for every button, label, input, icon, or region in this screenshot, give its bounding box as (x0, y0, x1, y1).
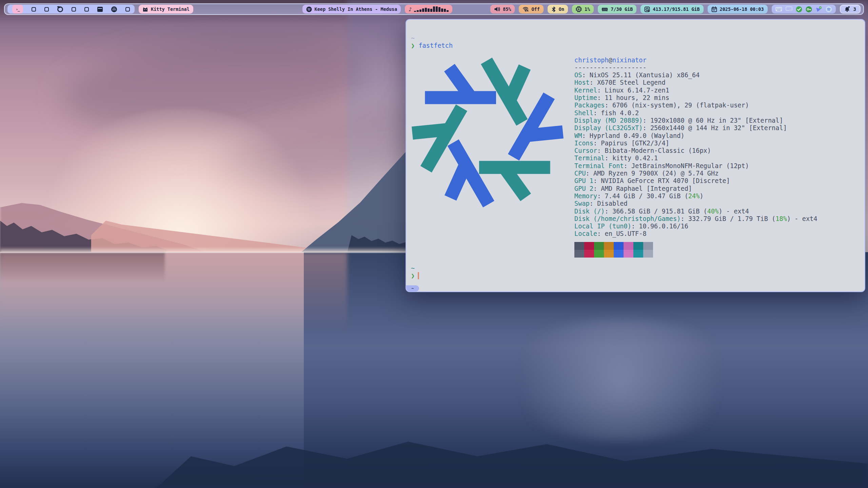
bluetooth-icon (551, 6, 556, 12)
system-info-lines: christoph@nixinator-------------------OS… (574, 57, 817, 238)
tray-sync-badge-icon[interactable] (815, 6, 822, 13)
cava-bar (428, 8, 430, 12)
cava-bar (447, 10, 449, 12)
media-player-module[interactable]: Keep Shelly In Athens - Medusa (302, 5, 401, 14)
bell-icon (844, 6, 851, 12)
palette-swatch (594, 250, 604, 258)
cava-bar (433, 6, 435, 12)
palette-swatch (584, 242, 594, 250)
cava-bar (436, 6, 438, 12)
prompt-symbol: ❯ (411, 42, 415, 49)
disk-icon (644, 6, 650, 12)
fastfetch-line: Locale: en_US.UTF-8 (574, 230, 817, 238)
tray-key-icon[interactable] (806, 6, 812, 13)
system-info-block: christoph@nixinator-------------------OS… (574, 57, 817, 258)
cava-bar (414, 11, 416, 12)
workspace-firefox-icon[interactable] (57, 6, 63, 12)
fastfetch-line: OS: NixOS 25.11 (Xantusia) x86_64 (574, 72, 817, 79)
palette-swatch (624, 242, 633, 250)
palette-swatch (633, 242, 643, 250)
visualizer-bars (414, 6, 449, 12)
cava-bar (444, 9, 446, 12)
audio-visualizer-module[interactable]: ♪ (405, 5, 452, 14)
fastfetch-line: Cursor: Bibata-Modern-Classic (16px) (574, 147, 817, 155)
workspace-empty-icon[interactable] (32, 7, 36, 12)
nixos-logo (411, 56, 564, 209)
workspace-spotify-icon[interactable] (111, 6, 117, 12)
ram-icon (601, 7, 608, 12)
fastfetch-line: WM: Hyprland 0.49.0 (Wayland) (574, 132, 817, 140)
disk-usage: 413.17/915.81 GiB (653, 6, 699, 12)
cat-icon (142, 7, 148, 12)
fastfetch-line: Terminal: kitty 0.42.1 (574, 155, 817, 162)
clock-value: 2025-06-18 00:03 (720, 6, 764, 12)
bottom-prompt-block: ~ ❯ (411, 265, 865, 280)
memory-usage: 7/30 GiB (611, 6, 633, 12)
calendar-icon (711, 6, 717, 12)
palette-swatch (604, 250, 614, 258)
window-title-label: Kitty Terminal (151, 6, 190, 12)
status-bar: ›_ Kitty Terminal Keep Shelly In Athens … (4, 3, 864, 15)
fastfetch-line: Host: X670E Steel Legend (574, 79, 817, 86)
active-window-title[interactable]: Kitty Terminal (139, 5, 193, 14)
palette-swatch (574, 250, 584, 258)
music-note-icon: ♪ (409, 6, 412, 13)
wifi-off-icon (522, 6, 529, 12)
palette-swatch (594, 242, 604, 250)
cava-bar (438, 7, 440, 12)
fastfetch-line: Memory: 7.44 GiB / 30.47 GiB (24%) (574, 192, 817, 200)
tray-keyboard-icon[interactable] (775, 7, 782, 12)
fastfetch-line: CPU: AMD Ryzen 9 7900X (24) @ 5.74 GHz (574, 170, 817, 177)
workspace-empty-icon[interactable] (72, 7, 76, 12)
palette-swatch (614, 250, 624, 258)
cava-bar (425, 8, 427, 12)
cava-bar (441, 8, 443, 12)
workspace-empty-icon[interactable] (44, 7, 49, 12)
wallpaper-water-glow (492, 319, 749, 441)
tray-screen-lock-icon[interactable] (786, 6, 792, 12)
tray-check-badge-icon[interactable] (796, 6, 802, 13)
prompt-directory: ~ (411, 35, 865, 42)
wallpaper-slope-reflection (0, 253, 347, 331)
disk-module[interactable]: 413.17/915.81 GiB (640, 5, 703, 14)
cpu-module[interactable]: 1% (572, 5, 594, 14)
fastfetch-line: Local IP (tun0): 10.96.0.16/16 (574, 223, 817, 230)
workspace-active-terminal[interactable]: ›_ (12, 5, 23, 14)
workspace-empty-icon[interactable] (125, 7, 130, 12)
clock-module[interactable]: 2025-06-18 00:03 (708, 5, 768, 14)
kitty-tab[interactable]: ~ (406, 285, 419, 291)
cava-bar (422, 8, 424, 12)
fastfetch-line: Kernel: Linux 6.14.7-zen1 (574, 87, 817, 94)
prompt-symbol: ❯ (411, 272, 415, 279)
notifications-module[interactable]: 3 (840, 5, 861, 14)
workspaces-module: ›_ (7, 5, 135, 14)
palette-swatch (584, 250, 594, 258)
prompt-line: ❯ fastfetch (411, 42, 865, 49)
volume-value: 85% (503, 6, 511, 12)
fastfetch-line: GPU 2: AMD Raphael [Integrated] (574, 185, 817, 192)
prompt-directory: ~ (411, 265, 865, 272)
workspace-empty-icon[interactable] (84, 7, 89, 12)
palette-swatch (574, 242, 584, 250)
tray-spotify-icon[interactable] (826, 6, 832, 13)
fastfetch-line: Icons: Papirus [GTK2/3/4] (574, 140, 817, 147)
memory-module[interactable]: 7/30 GiB (598, 5, 636, 14)
notification-count: 3 (853, 6, 856, 12)
wallpaper-waterline (0, 252, 408, 253)
fastfetch-line: Swap: Disabled (574, 200, 817, 207)
kitty-terminal-window[interactable]: ~ ❯ fastfetch christoph@nixinator-------… (406, 19, 865, 292)
workspace-window-icon[interactable] (97, 7, 103, 12)
fastfetch-line: christoph@nixinator (574, 57, 817, 64)
palette-swatch (624, 250, 633, 258)
cpu-usage: 1% (585, 6, 590, 12)
cava-bar (417, 10, 419, 12)
fastfetch-line: GPU 1: NVIDIA GeForce RTX 4070 [Discrete… (574, 177, 817, 185)
command-text: fastfetch (418, 42, 453, 49)
bluetooth-module[interactable]: On (548, 5, 568, 14)
network-module[interactable]: Off (519, 5, 543, 14)
cava-bar (419, 9, 421, 12)
palette-swatch (633, 250, 643, 258)
volume-module[interactable]: 85% (490, 5, 515, 14)
prompt-line-active: ❯ (411, 272, 865, 280)
system-tray (772, 5, 836, 14)
